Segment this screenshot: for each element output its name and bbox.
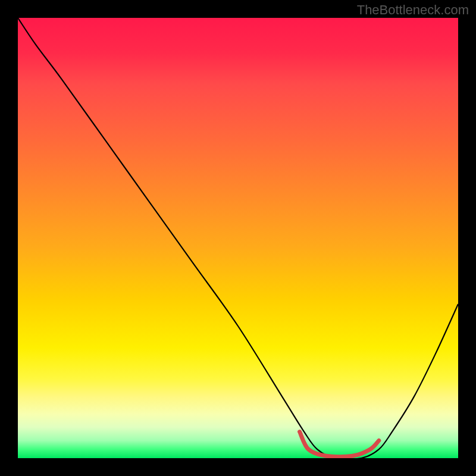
watermark-text: TheBottleneck.com [357,2,469,18]
chart-svg [18,18,458,458]
chart-curve [18,18,458,458]
chart-highlight-segment [300,432,379,457]
chart-plot-area [18,18,458,458]
